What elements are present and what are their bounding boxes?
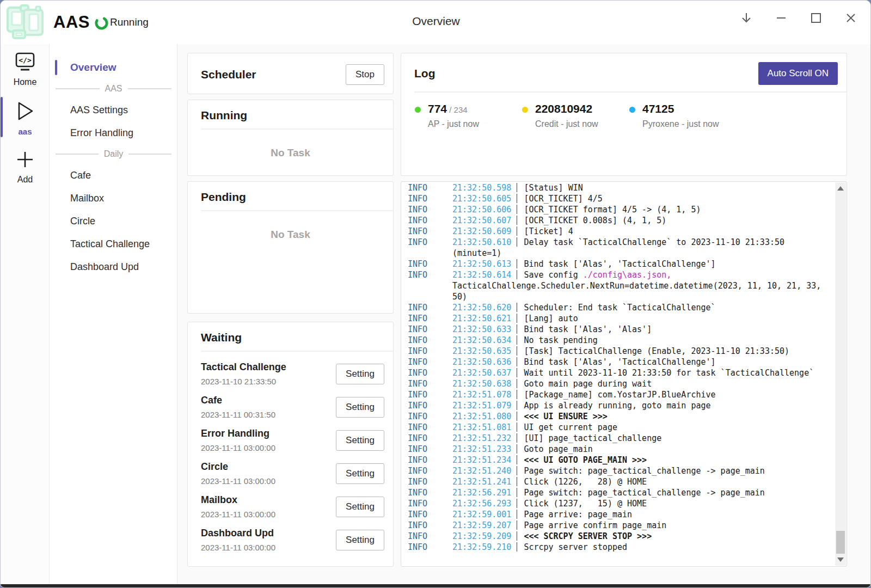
log-timestamp: 21:32:50.598 [452,183,511,193]
svg-text:</>: </> [19,56,32,64]
log-message-segment: Page arrive: page_main [524,510,632,519]
log-separator [517,314,517,323]
log-scrollbar[interactable] [835,182,846,566]
log-message-segment: Page arrive confirm page_main [524,520,666,530]
waiting-task-name: Cafe [201,395,275,406]
pending-empty-text: No Task [188,211,393,241]
log-level: INFO [408,455,427,465]
log-message-segment: ./config\aas.json, [583,270,672,280]
log-separator [517,335,517,345]
log-timestamp: 21:32:50.634 [452,335,511,345]
log-entry: INFO21:32:50.610Delay task `TacticalChal… [408,237,825,259]
minimize-button[interactable] [770,8,792,28]
log-level: INFO [408,498,427,509]
pending-title: Pending [201,191,246,204]
task-setting-button[interactable]: Setting [336,364,384,384]
pending-card: Pending No Task [187,181,394,314]
waiting-task-row: Error Handling2023-11-11 03:00:00Setting [201,424,384,457]
stat-dot-icon [415,107,421,113]
rail-item-label: aas [18,127,32,136]
scroll-up-arrow-icon[interactable] [837,186,844,191]
log-entry: INFO21:32:50.636Bind task ['Alas', 'Tact… [408,357,825,367]
log-timestamp: 21:32:50.621 [452,314,511,323]
task-setting-button[interactable]: Setting [336,463,384,484]
log-level: INFO [408,433,427,444]
log-level: INFO [408,324,427,335]
nav-group-label: AAS [105,84,122,94]
log-separator [517,531,517,541]
running-title: Running [201,109,247,122]
task-setting-button[interactable]: Setting [336,530,384,550]
log-timestamp: 21:32:50.609 [452,226,511,236]
log-message-segment: Bind task ['Alas', 'TacticalChallenge'] [524,259,715,269]
log-level: INFO [408,182,427,193]
log-message-segment: No task pending [524,335,597,345]
nav-item-error-handling[interactable]: Error Handling [50,121,177,144]
main-content: Scheduler Stop Running No Task Pending N… [177,44,870,587]
nav-active-indicator [55,60,57,75]
log-separator [517,216,517,225]
nav-item-label: Cafe [70,170,91,181]
log-level: INFO [408,487,427,498]
stat-dot-icon [629,107,635,113]
log-timestamp: 21:32:50.635 [452,346,511,356]
log-message-segment: Save config [524,270,582,280]
log-level: INFO [408,389,427,400]
waiting-task-row: Tactical Challenge2023-11-10 21:33:50Set… [201,357,384,390]
stat-suffix: / 234 [447,105,468,114]
task-setting-button[interactable]: Setting [336,497,384,517]
nav-item-aas-settings[interactable]: AAS Settings [50,99,177,121]
maximize-button[interactable] [805,8,827,28]
rail-item-home[interactable]: </>Home [1,44,50,93]
waiting-task-info: Tactical Challenge2023-11-10 21:33:50 [201,362,286,386]
log-separator [517,422,517,432]
running-empty-text: No Task [188,130,393,159]
log-message-segment: Page switch: page_tactical_challenge -> … [524,466,765,476]
log-timestamp: 21:32:59.209 [452,531,511,541]
log-level: INFO [408,378,427,389]
divider-line [56,154,99,155]
waiting-task-next-run: 2023-11-11 03:00:00 [201,443,275,452]
log-level: INFO [408,313,427,324]
stat-value: 220810942 [535,102,598,115]
task-setting-button[interactable]: Setting [336,397,384,418]
auto-scroll-toggle[interactable]: Auto Scroll ON [758,62,838,85]
log-level: INFO [408,444,427,455]
log-message-segment: <<< UI GOTO PAGE_MAIN >>> [524,455,647,465]
play-icon [15,100,35,124]
nav-item-tactical-challenge[interactable]: Tactical Challenge [50,232,177,255]
nav-group-divider: Daily [50,144,177,164]
log-entry: INFO21:32:50.634No task pending [408,335,825,346]
waiting-task-info: Dashboard Upd2023-11-11 03:00:00 [201,528,275,552]
log-separator [517,390,517,399]
nav-item-circle[interactable]: Circle [50,210,177,232]
log-separator [517,259,517,268]
log-message-segment: Goto main page during wait [524,379,652,389]
log-message-segment: [Lang] auto [524,314,578,323]
scroll-down-arrow-icon[interactable] [837,558,844,562]
waiting-task-row: Circle2023-11-11 03:00:00Setting [201,457,384,490]
log-separator [517,205,517,214]
rail-item-aas[interactable]: aas [1,93,50,142]
nav-item-dashboard-upd[interactable]: Dashboard Upd [50,255,177,278]
waiting-task-name: Dashboard Upd [201,528,275,539]
nav-item-overview[interactable]: Overview [50,56,177,79]
waiting-task-next-run: 2023-11-11 00:31:50 [201,410,275,419]
rail-item-add[interactable]: Add [1,142,50,190]
stat-text: 220810942Credit - just now [535,102,598,129]
task-setting-button[interactable]: Setting [336,430,384,451]
nav-item-cafe[interactable]: Cafe [50,164,177,187]
log-entry: INFO21:32:51.233Goto page_main [408,444,825,455]
log-level: INFO [408,400,427,411]
window-bottom-edge [1,584,870,587]
log-entry: INFO21:32:51.081UI get current page [408,422,825,433]
scrollbar-thumb[interactable] [836,531,845,554]
stop-button[interactable]: Stop [346,64,384,85]
nav-item-label: Circle [70,216,95,227]
log-entry: INFO21:32:50.598[Status] WIN [408,182,825,193]
rail-active-indicator [1,97,3,137]
log-message-segment: Scrcpy server stopped [524,542,627,552]
download-update-button[interactable] [735,8,757,28]
close-button[interactable] [840,8,862,28]
nav-item-mailbox[interactable]: Mailbox [50,187,177,210]
